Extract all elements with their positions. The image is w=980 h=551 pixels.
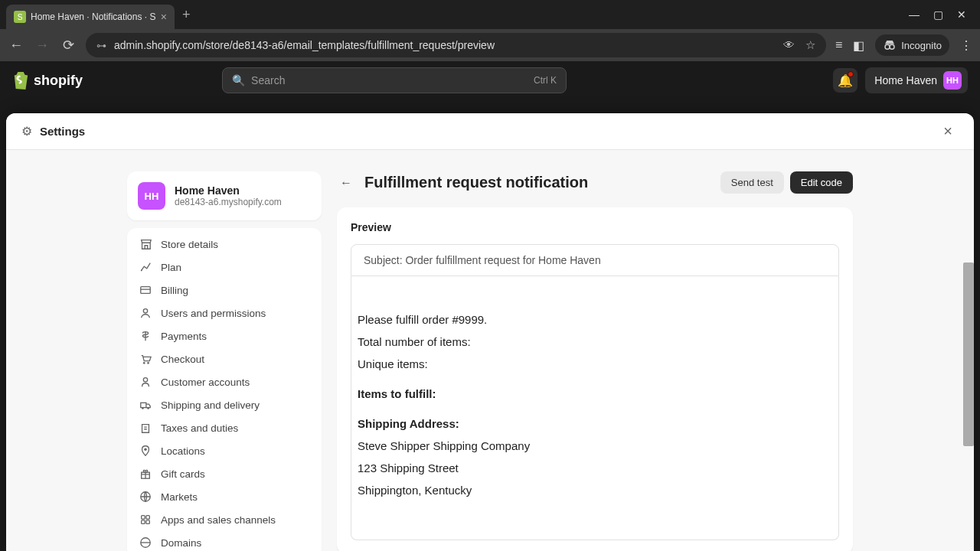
locations-icon (139, 445, 152, 457)
sidepanel-icon[interactable]: ◧ (853, 38, 864, 53)
nav-item-label: Billing (161, 285, 188, 296)
nav-item-taxes[interactable]: Taxes and duties (132, 416, 317, 439)
gift-icon (139, 468, 152, 480)
site-info-icon[interactable]: ⊶ (96, 40, 106, 51)
nav-item-gift[interactable]: Gift cards (132, 462, 317, 485)
shopify-favicon: S (14, 11, 26, 23)
settings-nav: Store detailsPlanBillingUsers and permis… (127, 228, 322, 551)
browser-tab[interactable]: S Home Haven · Notifications · S × (6, 5, 175, 29)
settings-title: Settings (40, 125, 85, 138)
nav-item-plan[interactable]: Plan (132, 256, 317, 279)
page-title: Fulfillment request notification (364, 174, 588, 191)
tab-close-icon[interactable]: × (161, 11, 167, 23)
forward-button[interactable]: → (34, 37, 51, 54)
shopify-logo[interactable]: shopify (12, 71, 83, 90)
edit-code-button[interactable]: Edit code (790, 171, 853, 194)
page-header: ← Fulfillment request notification Send … (337, 171, 853, 194)
tab-title: Home Haven · Notifications · S (31, 11, 156, 22)
svg-point-1 (890, 44, 894, 49)
page-actions: Send test Edit code (720, 171, 853, 194)
send-test-button[interactable]: Send test (720, 171, 784, 194)
store-switcher[interactable]: Home Haven HH (865, 67, 968, 93)
close-window-icon[interactable]: ✕ (957, 8, 966, 21)
browser-chrome: S Home Haven · Notifications · S × + — ▢… (0, 0, 980, 61)
markets-icon (139, 491, 152, 503)
customers-icon (139, 376, 152, 388)
store-card[interactable]: HH Home Haven de8143-a6.myshopify.com (127, 171, 322, 220)
svg-point-0 (885, 44, 890, 49)
email-heading: Shipping Address: (358, 417, 832, 430)
store-icon (139, 238, 152, 250)
svg-point-11 (144, 448, 147, 451)
nav-item-users[interactable]: Users and permissions (132, 302, 317, 324)
svg-rect-15 (146, 516, 149, 519)
search-icon: 🔍 (232, 74, 245, 86)
nav-item-markets[interactable]: Markets (132, 485, 317, 508)
users-icon (139, 307, 152, 319)
search-shortcut: Ctrl K (534, 75, 557, 86)
main-content: ← Fulfillment request notification Send … (337, 171, 853, 551)
svg-point-4 (143, 309, 147, 313)
shopify-header: shopify 🔍 Search Ctrl K 🔔 Home Haven HH (0, 61, 980, 99)
nav-item-label: Domains (161, 537, 201, 549)
svg-point-5 (143, 362, 145, 364)
email-body[interactable]: Please fulfill order #9999. Total number… (351, 276, 839, 540)
shipping-icon (139, 399, 152, 411)
chrome-menu-icon[interactable]: ⋮ (960, 38, 972, 53)
notification-bell[interactable]: 🔔 (833, 68, 858, 93)
nav-item-label: Payments (161, 331, 207, 342)
tab-bar: S Home Haven · Notifications · S × + — ▢… (0, 0, 980, 29)
modal-scrollbar[interactable] (963, 262, 974, 446)
nav-item-label: Markets (161, 491, 198, 503)
svg-point-9 (142, 407, 144, 409)
new-tab-button[interactable]: + (182, 7, 191, 23)
nav-item-label: Taxes and duties (161, 422, 238, 434)
payments-icon (139, 330, 152, 342)
store-card-url: de8143-a6.myshopify.com (175, 197, 282, 207)
address-bar[interactable]: ⊶ admin.shopify.com/store/de8143-a6/emai… (86, 33, 826, 57)
url-text: admin.shopify.com/store/de8143-a6/email_… (114, 39, 776, 51)
nav-item-billing[interactable]: Billing (132, 279, 317, 302)
svg-point-7 (143, 378, 147, 382)
email-subject: Subject: Order fulfillment request for H… (351, 244, 839, 276)
email-address-line: Steve Shipper Shipping Company (358, 439, 832, 452)
reload-button[interactable]: ⟳ (60, 37, 77, 54)
bookmark-star-icon[interactable]: ☆ (805, 38, 815, 52)
minimize-icon[interactable]: — (909, 8, 920, 21)
nav-item-apps[interactable]: Apps and sales channels (132, 508, 317, 531)
gear-icon: ⚙ (21, 124, 32, 139)
store-card-name: Home Haven (175, 184, 282, 197)
nav-item-payments[interactable]: Payments (132, 324, 317, 347)
checkout-icon (139, 353, 152, 365)
header-search[interactable]: 🔍 Search Ctrl K (222, 67, 567, 93)
taxes-icon (139, 422, 152, 434)
nav-item-shipping[interactable]: Shipping and delivery (132, 393, 317, 416)
nav-item-domains[interactable]: Domains (132, 531, 317, 551)
svg-rect-14 (142, 516, 145, 519)
plan-icon (139, 261, 152, 273)
email-line: Total number of items: (358, 335, 832, 348)
close-settings-button[interactable]: × (937, 121, 959, 142)
apps-icon (139, 514, 152, 526)
nav-item-customers[interactable]: Customer accounts (132, 370, 317, 393)
back-button[interactable]: ← (8, 37, 24, 54)
back-arrow[interactable]: ← (337, 174, 355, 192)
incognito-badge[interactable]: Incognito (875, 34, 949, 56)
email-line: Please fulfill order #9999. (358, 313, 832, 326)
svg-point-2 (141, 270, 142, 272)
email-heading: Items to fulfill: (358, 387, 832, 400)
billing-icon (139, 284, 152, 296)
nav-item-store[interactable]: Store details (132, 233, 317, 256)
eye-blocked-icon[interactable]: 👁 (783, 38, 795, 52)
nav-item-checkout[interactable]: Checkout (132, 347, 317, 370)
nav-item-locations[interactable]: Locations (132, 439, 317, 462)
svg-point-6 (147, 362, 149, 364)
store-name: Home Haven (874, 74, 937, 86)
svg-rect-16 (142, 520, 145, 523)
nav-item-label: Shipping and delivery (161, 399, 260, 411)
extensions-icon[interactable]: ≡ (835, 38, 842, 52)
nav-item-label: Users and permissions (161, 308, 266, 319)
nav-item-label: Plan (161, 262, 181, 273)
maximize-icon[interactable]: ▢ (933, 8, 943, 21)
email-line: Unique items: (358, 357, 832, 370)
